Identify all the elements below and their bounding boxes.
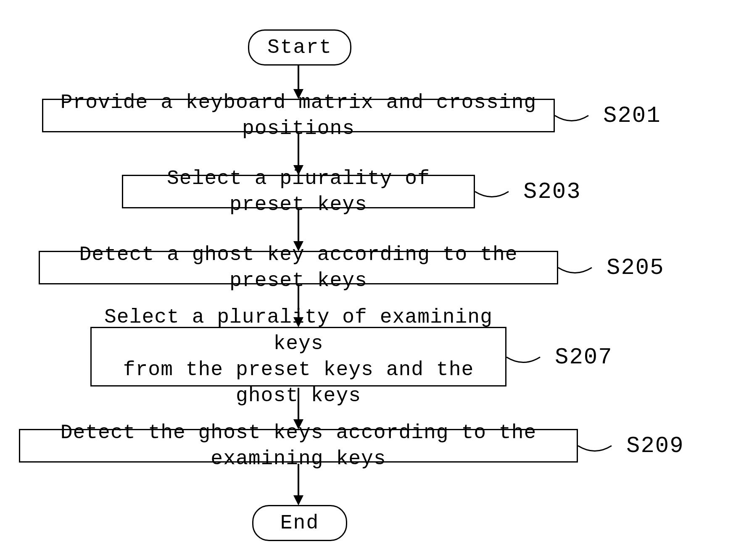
start-terminal: Start [248,29,351,66]
start-label: Start [267,36,332,59]
label-s201: S201 [603,103,661,129]
connector-s209 [578,437,628,458]
label-s207: S207 [555,344,613,370]
arrowhead [293,495,303,505]
connector-s205 [558,259,609,280]
arrow [298,134,299,166]
arrow [298,464,299,497]
connector-s203 [475,183,525,204]
step-s207: Select a plurality of examining keys fro… [90,327,506,386]
step-s209: Detect the ghost keys according to the e… [19,429,578,463]
step-s203: Select a plurality of preset keys [122,175,475,208]
step-s201: Provide a keyboard matrix and crossing p… [42,99,555,132]
connector-s207 [506,349,557,370]
arrow [298,210,299,242]
label-s203: S203 [523,179,581,205]
flowchart-diagram: Start Provide a keyboard matrix and cros… [0,0,749,560]
label-s209: S209 [626,433,684,459]
arrow [298,388,299,421]
label-s205: S205 [607,255,665,281]
end-label: End [280,512,319,534]
step-s205: Detect a ghost key according to the pres… [39,251,558,284]
end-terminal: End [252,505,347,541]
arrow [298,64,299,90]
connector-s201 [555,107,605,128]
